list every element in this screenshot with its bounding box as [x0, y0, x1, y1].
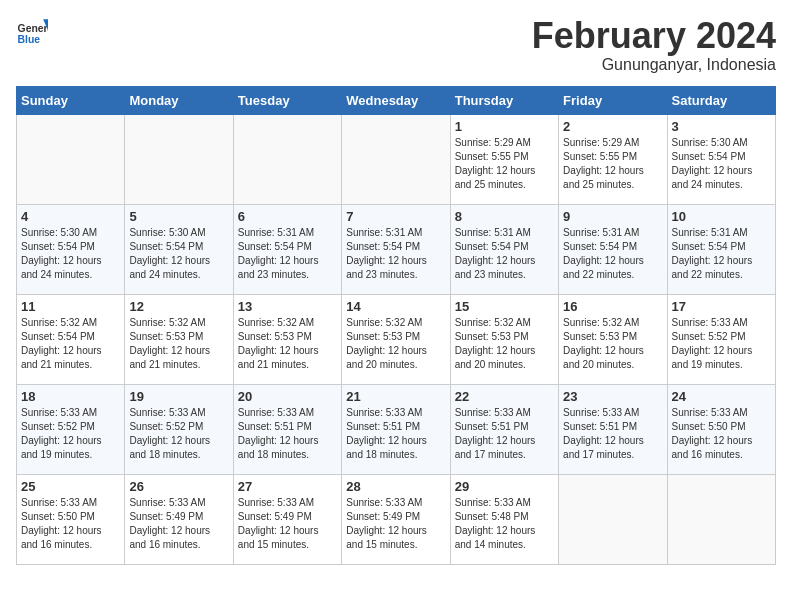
day-info: Sunrise: 5:33 AMSunset: 5:52 PMDaylight:… [129, 406, 228, 462]
calendar-cell: 7Sunrise: 5:31 AMSunset: 5:54 PMDaylight… [342, 204, 450, 294]
calendar-cell: 10Sunrise: 5:31 AMSunset: 5:54 PMDayligh… [667, 204, 775, 294]
calendar-week-row: 11Sunrise: 5:32 AMSunset: 5:54 PMDayligh… [17, 294, 776, 384]
day-info: Sunrise: 5:33 AMSunset: 5:49 PMDaylight:… [238, 496, 337, 552]
day-number: 14 [346, 299, 445, 314]
svg-text:General: General [18, 23, 48, 34]
svg-text:Blue: Blue [18, 34, 41, 45]
calendar-cell: 27Sunrise: 5:33 AMSunset: 5:49 PMDayligh… [233, 474, 341, 564]
day-number: 2 [563, 119, 662, 134]
day-info: Sunrise: 5:31 AMSunset: 5:54 PMDaylight:… [455, 226, 554, 282]
calendar-cell: 4Sunrise: 5:30 AMSunset: 5:54 PMDaylight… [17, 204, 125, 294]
day-number: 8 [455, 209, 554, 224]
calendar-cell [342, 114, 450, 204]
calendar-cell [17, 114, 125, 204]
logo-icon: General Blue [16, 16, 48, 48]
calendar-week-row: 4Sunrise: 5:30 AMSunset: 5:54 PMDaylight… [17, 204, 776, 294]
calendar-cell: 18Sunrise: 5:33 AMSunset: 5:52 PMDayligh… [17, 384, 125, 474]
day-info: Sunrise: 5:33 AMSunset: 5:50 PMDaylight:… [21, 496, 120, 552]
day-number: 5 [129, 209, 228, 224]
day-info: Sunrise: 5:30 AMSunset: 5:54 PMDaylight:… [21, 226, 120, 282]
calendar-cell: 11Sunrise: 5:32 AMSunset: 5:54 PMDayligh… [17, 294, 125, 384]
calendar-cell: 9Sunrise: 5:31 AMSunset: 5:54 PMDaylight… [559, 204, 667, 294]
calendar-cell: 21Sunrise: 5:33 AMSunset: 5:51 PMDayligh… [342, 384, 450, 474]
day-number: 4 [21, 209, 120, 224]
day-info: Sunrise: 5:33 AMSunset: 5:49 PMDaylight:… [129, 496, 228, 552]
day-info: Sunrise: 5:32 AMSunset: 5:53 PMDaylight:… [346, 316, 445, 372]
day-number: 28 [346, 479, 445, 494]
logo: General Blue [16, 16, 48, 48]
day-info: Sunrise: 5:30 AMSunset: 5:54 PMDaylight:… [129, 226, 228, 282]
day-info: Sunrise: 5:32 AMSunset: 5:53 PMDaylight:… [129, 316, 228, 372]
day-info: Sunrise: 5:31 AMSunset: 5:54 PMDaylight:… [563, 226, 662, 282]
calendar-cell: 14Sunrise: 5:32 AMSunset: 5:53 PMDayligh… [342, 294, 450, 384]
calendar-week-row: 18Sunrise: 5:33 AMSunset: 5:52 PMDayligh… [17, 384, 776, 474]
calendar-header-row: SundayMondayTuesdayWednesdayThursdayFrid… [17, 86, 776, 114]
day-number: 26 [129, 479, 228, 494]
day-number: 7 [346, 209, 445, 224]
calendar-cell: 1Sunrise: 5:29 AMSunset: 5:55 PMDaylight… [450, 114, 558, 204]
day-number: 18 [21, 389, 120, 404]
day-info: Sunrise: 5:32 AMSunset: 5:53 PMDaylight:… [455, 316, 554, 372]
day-info: Sunrise: 5:32 AMSunset: 5:54 PMDaylight:… [21, 316, 120, 372]
col-header-thursday: Thursday [450, 86, 558, 114]
calendar-cell: 24Sunrise: 5:33 AMSunset: 5:50 PMDayligh… [667, 384, 775, 474]
day-number: 1 [455, 119, 554, 134]
calendar-cell: 12Sunrise: 5:32 AMSunset: 5:53 PMDayligh… [125, 294, 233, 384]
day-number: 25 [21, 479, 120, 494]
calendar-cell: 29Sunrise: 5:33 AMSunset: 5:48 PMDayligh… [450, 474, 558, 564]
calendar-cell: 28Sunrise: 5:33 AMSunset: 5:49 PMDayligh… [342, 474, 450, 564]
calendar-table: SundayMondayTuesdayWednesdayThursdayFrid… [16, 86, 776, 565]
calendar-cell: 22Sunrise: 5:33 AMSunset: 5:51 PMDayligh… [450, 384, 558, 474]
day-number: 9 [563, 209, 662, 224]
month-title: February 2024 [532, 16, 776, 56]
day-info: Sunrise: 5:31 AMSunset: 5:54 PMDaylight:… [672, 226, 771, 282]
calendar-cell [125, 114, 233, 204]
day-info: Sunrise: 5:31 AMSunset: 5:54 PMDaylight:… [346, 226, 445, 282]
day-number: 22 [455, 389, 554, 404]
calendar-cell [233, 114, 341, 204]
calendar-cell: 16Sunrise: 5:32 AMSunset: 5:53 PMDayligh… [559, 294, 667, 384]
day-info: Sunrise: 5:33 AMSunset: 5:50 PMDaylight:… [672, 406, 771, 462]
day-number: 17 [672, 299, 771, 314]
day-info: Sunrise: 5:33 AMSunset: 5:49 PMDaylight:… [346, 496, 445, 552]
col-header-saturday: Saturday [667, 86, 775, 114]
day-info: Sunrise: 5:32 AMSunset: 5:53 PMDaylight:… [238, 316, 337, 372]
day-number: 20 [238, 389, 337, 404]
day-number: 29 [455, 479, 554, 494]
calendar-cell: 6Sunrise: 5:31 AMSunset: 5:54 PMDaylight… [233, 204, 341, 294]
day-number: 23 [563, 389, 662, 404]
col-header-friday: Friday [559, 86, 667, 114]
day-info: Sunrise: 5:33 AMSunset: 5:52 PMDaylight:… [21, 406, 120, 462]
calendar-cell: 15Sunrise: 5:32 AMSunset: 5:53 PMDayligh… [450, 294, 558, 384]
day-number: 13 [238, 299, 337, 314]
day-info: Sunrise: 5:29 AMSunset: 5:55 PMDaylight:… [563, 136, 662, 192]
day-info: Sunrise: 5:33 AMSunset: 5:51 PMDaylight:… [346, 406, 445, 462]
col-header-monday: Monday [125, 86, 233, 114]
day-number: 15 [455, 299, 554, 314]
calendar-cell: 13Sunrise: 5:32 AMSunset: 5:53 PMDayligh… [233, 294, 341, 384]
calendar-cell: 19Sunrise: 5:33 AMSunset: 5:52 PMDayligh… [125, 384, 233, 474]
calendar-cell: 26Sunrise: 5:33 AMSunset: 5:49 PMDayligh… [125, 474, 233, 564]
day-number: 6 [238, 209, 337, 224]
day-info: Sunrise: 5:33 AMSunset: 5:51 PMDaylight:… [455, 406, 554, 462]
day-info: Sunrise: 5:33 AMSunset: 5:51 PMDaylight:… [238, 406, 337, 462]
col-header-wednesday: Wednesday [342, 86, 450, 114]
day-number: 12 [129, 299, 228, 314]
calendar-cell: 2Sunrise: 5:29 AMSunset: 5:55 PMDaylight… [559, 114, 667, 204]
day-info: Sunrise: 5:33 AMSunset: 5:52 PMDaylight:… [672, 316, 771, 372]
calendar-cell [559, 474, 667, 564]
col-header-sunday: Sunday [17, 86, 125, 114]
calendar-cell: 20Sunrise: 5:33 AMSunset: 5:51 PMDayligh… [233, 384, 341, 474]
day-number: 27 [238, 479, 337, 494]
calendar-cell [667, 474, 775, 564]
calendar-week-row: 1Sunrise: 5:29 AMSunset: 5:55 PMDaylight… [17, 114, 776, 204]
day-info: Sunrise: 5:31 AMSunset: 5:54 PMDaylight:… [238, 226, 337, 282]
calendar-cell: 25Sunrise: 5:33 AMSunset: 5:50 PMDayligh… [17, 474, 125, 564]
day-number: 19 [129, 389, 228, 404]
calendar-week-row: 25Sunrise: 5:33 AMSunset: 5:50 PMDayligh… [17, 474, 776, 564]
title-block: February 2024 Gununganyar, Indonesia [532, 16, 776, 74]
day-info: Sunrise: 5:30 AMSunset: 5:54 PMDaylight:… [672, 136, 771, 192]
page-header: General Blue February 2024 Gununganyar, … [16, 16, 776, 74]
day-info: Sunrise: 5:29 AMSunset: 5:55 PMDaylight:… [455, 136, 554, 192]
day-number: 16 [563, 299, 662, 314]
